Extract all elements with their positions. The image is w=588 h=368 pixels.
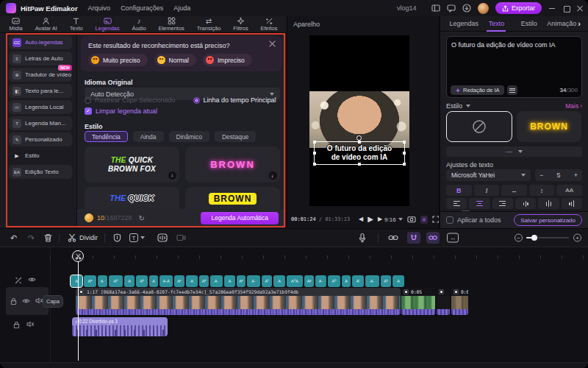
tab-ainda[interactable]: Ainda: [133, 131, 164, 142]
download-icon[interactable]: [462, 4, 471, 13]
sidebar-item[interactable]: T Legenda Man...: [9, 116, 72, 130]
snapshot-camera-icon[interactable]: [407, 216, 416, 223]
tab-animacao[interactable]: Animação: [545, 16, 578, 32]
style-card-quick-brown-fox[interactable]: THE QUICK BROWN FOX ↓: [85, 146, 179, 183]
vertical-align-top-button[interactable]: [515, 198, 536, 209]
caption-clip[interactable]: Aᵃ: [84, 275, 96, 287]
menu-configuracoes[interactable]: Configurações: [121, 4, 163, 12]
style-brown-card[interactable]: BROWN: [517, 111, 581, 142]
text-tool-button[interactable]: T: [129, 233, 145, 242]
caption-clip[interactable]: Aᵉ: [237, 275, 245, 287]
toolbar-efeitos[interactable]: Efeitos: [261, 17, 278, 32]
toolbar-avatar-ai[interactable]: Avatar AI: [35, 17, 57, 32]
feedback-impreciso-button[interactable]: Impreciso: [203, 54, 252, 66]
video-track-lock-icon[interactable]: [10, 297, 17, 305]
export-button[interactable]: Exportar: [495, 2, 542, 14]
slider-knob[interactable]: [531, 235, 537, 241]
caption-clip[interactable]: A: [392, 275, 404, 287]
caption-clip[interactable]: A·: [98, 275, 107, 287]
feedback-muito-preciso-button[interactable]: Muito preciso: [88, 54, 148, 66]
split-label[interactable]: Dividir: [79, 234, 98, 241]
tab-estilo[interactable]: Estilo: [513, 16, 545, 32]
refresh-icon[interactable]: ↻: [139, 214, 145, 222]
split-scissors-icon[interactable]: [68, 233, 76, 242]
caption-clip[interactable]: Aᵏ: [381, 275, 391, 287]
resize-handle[interactable]: [313, 152, 316, 155]
align-right-button[interactable]: [492, 198, 513, 209]
undo-icon[interactable]: ↶: [10, 234, 17, 242]
style-card-brown-yellow[interactable]: BROWN: [185, 187, 280, 209]
caption-clip[interactable]: A·: [365, 275, 379, 287]
caption-clip[interactable]: Aʰ: [328, 275, 340, 287]
caption-overlay[interactable]: O futuro da edição de vídeo com IA: [314, 141, 405, 165]
resize-handle[interactable]: [358, 163, 361, 166]
resize-handle[interactable]: [403, 141, 406, 144]
resize-handle[interactable]: [358, 141, 361, 144]
caption-clip[interactable]: A: [273, 275, 285, 287]
video-preview[interactable]: O futuro da edição de vídeo com IA: [309, 35, 409, 206]
letter-spacing-button[interactable]: ↔: [501, 185, 527, 196]
apply-all-checkbox[interactable]: [446, 216, 453, 224]
play-button[interactable]: ▶: [368, 216, 373, 223]
mais-link[interactable]: Mais›: [565, 102, 582, 110]
font-size-stepper[interactable]: −5+: [535, 169, 582, 181]
menu-arquivo[interactable]: Arquivo: [88, 4, 111, 12]
caption-clip[interactable]: Aᴬ: [109, 275, 123, 287]
caption-clip[interactable]: A: [342, 275, 351, 287]
zoom-in-icon[interactable]: +: [573, 234, 581, 242]
tab-destaque[interactable]: Destaque: [215, 131, 256, 142]
menu-ajuda[interactable]: Ajuda: [173, 4, 190, 12]
line-spacing-button[interactable]: ↕: [529, 185, 555, 196]
radio-rastrear-clipe[interactable]: Rastrear Clipe Selecionado: [85, 96, 176, 104]
sidebar-item[interactable]: EA Edição Texto: [9, 165, 72, 179]
sidebar-item[interactable]: ▭ Legenda Local: [9, 100, 72, 114]
trash-icon[interactable]: [44, 233, 52, 242]
video-clip[interactable]: 1:17 [068a17ea-3a66-4aa8-8207-fc7eedb7e3…: [76, 288, 401, 315]
align-left-button[interactable]: [446, 198, 467, 209]
sidebar-item[interactable]: ▶ Estilo: [9, 149, 72, 163]
sidebar-item[interactable]: CC Auto-legendas: [9, 35, 72, 49]
video-clip[interactable]: [437, 288, 450, 315]
tab-dinamico[interactable]: Dinâmico: [169, 131, 209, 142]
caption-clip[interactable]: A: [71, 275, 82, 287]
caption-clip[interactable]: Aᵇ: [136, 275, 148, 287]
text-lines-icon[interactable]: [507, 85, 517, 95]
caption-clip[interactable]: Aⁱ: [352, 275, 364, 287]
layout-panels-icon[interactable]: [431, 4, 440, 12]
resize-handle[interactable]: [313, 141, 316, 144]
music-track-mute-icon[interactable]: [26, 321, 35, 328]
bold-button[interactable]: B: [446, 185, 472, 196]
increase-icon[interactable]: +: [574, 171, 578, 179]
close-window-button[interactable]: [576, 4, 584, 12]
close-icon[interactable]: [269, 40, 276, 47]
minimize-button[interactable]: [548, 4, 556, 12]
caption-clip[interactable]: Aᵈ: [199, 275, 209, 287]
legenda-automatica-button[interactable]: Legenda Automática: [201, 212, 279, 224]
feedback-bubble-icon[interactable]: [447, 4, 456, 13]
sidebar-item[interactable]: ◧ Texto para le...: [9, 84, 72, 98]
feedback-normal-button[interactable]: Normal: [154, 54, 196, 66]
caption-clip[interactable]: A: [149, 275, 158, 287]
zoom-out-icon[interactable]: −: [514, 234, 523, 242]
caption-clip[interactable]: A·: [315, 275, 326, 287]
tab-legendas[interactable]: Legendas: [448, 16, 480, 32]
tab-tendencia[interactable]: Tendência: [85, 131, 128, 142]
resize-handle[interactable]: [313, 163, 316, 166]
toolbar-texto[interactable]: Texto: [70, 17, 83, 32]
chevron-down-icon[interactable]: [466, 105, 470, 107]
aspect-ratio-selector[interactable]: ▶9:16: [378, 216, 403, 223]
more-tabs-chevron-icon[interactable]: ›: [578, 19, 581, 28]
salvar-personalizado-button[interactable]: Salvar personalizado: [514, 214, 582, 226]
style-none-card[interactable]: [446, 111, 512, 142]
resize-handle[interactable]: [403, 163, 406, 166]
redo-icon[interactable]: ↷: [28, 234, 35, 242]
toolbar-audio[interactable]: ♪Áudio: [132, 17, 146, 32]
audio-wave-icon[interactable]: [157, 233, 168, 242]
limpar-legenda-checkbox[interactable]: ✓Limpar legenda atual: [85, 107, 157, 115]
vertical-align-bottom-button[interactable]: [562, 198, 582, 209]
camera-record-icon[interactable]: [176, 234, 186, 241]
caption-clip[interactable]: A: [224, 275, 235, 287]
caption-clip[interactable]: A·A: [159, 275, 173, 287]
decrease-icon[interactable]: −: [539, 171, 543, 179]
auto-link-icon[interactable]: [426, 232, 440, 244]
